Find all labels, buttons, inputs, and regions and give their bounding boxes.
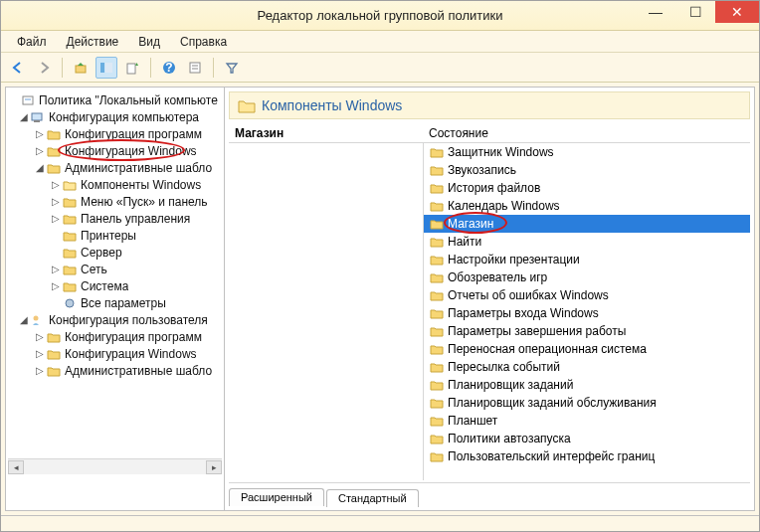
show-tree-button[interactable] (95, 57, 117, 79)
node-printers[interactable]: Принтеры (81, 229, 136, 243)
list-item[interactable]: Политики автозапуска (424, 430, 750, 447)
menu-view[interactable]: Вид (130, 33, 168, 51)
node-windows-components[interactable]: Компоненты Windows (81, 178, 201, 192)
node-server[interactable]: Сервер (81, 246, 122, 260)
expander-icon[interactable]: ▷ (34, 348, 46, 359)
folder-icon (430, 415, 444, 427)
expander-icon[interactable]: ▷ (34, 331, 46, 342)
expander-icon[interactable]: ▷ (50, 196, 62, 207)
menu-action[interactable]: Действие (59, 33, 127, 51)
close-button[interactable]: ✕ (715, 1, 759, 23)
list-item[interactable]: Календарь Windows (424, 197, 750, 215)
maximize-button[interactable]: ☐ (675, 1, 715, 23)
node-computer-config[interactable]: Конфигурация компьютера (49, 110, 199, 124)
list-item[interactable]: Защитник Windows (424, 143, 750, 161)
column-left-header[interactable]: Магазин (229, 126, 423, 140)
list-item[interactable]: Настройки презентации (424, 251, 750, 268)
list-item[interactable]: Планшет (424, 412, 750, 430)
column-right-header[interactable]: Состояние (423, 126, 488, 140)
content-area: Политика "Локальный компьюте ◢Конфигурац… (5, 87, 755, 511)
expander-icon[interactable]: ▷ (34, 365, 46, 376)
folder-icon (430, 218, 444, 230)
svg-rect-1 (100, 63, 104, 73)
up-button[interactable] (70, 57, 92, 79)
node-cfg-programs-user[interactable]: Конфигурация программ (65, 330, 202, 344)
expander-icon[interactable]: ▷ (50, 280, 62, 291)
list-item[interactable]: Магазин (424, 215, 750, 233)
list-item-label: Звукозапись (448, 163, 516, 177)
export-button[interactable] (121, 57, 143, 79)
node-admin-templates-user[interactable]: Административные шабло (65, 364, 212, 378)
folder-icon (62, 229, 78, 243)
folder-icon (430, 164, 444, 176)
main-header: Компоненты Windows (229, 91, 750, 119)
node-start-menu[interactable]: Меню «Пуск» и панель (81, 195, 208, 209)
list-item[interactable]: Обозреватель игр (424, 268, 750, 286)
list-item[interactable]: Параметры завершения работы (424, 322, 750, 340)
node-cfg-windows-user[interactable]: Конфигурация Windows (65, 347, 197, 361)
folder-icon (62, 263, 78, 276)
tabs-bar: Расширенный Стандартный (229, 482, 750, 506)
list-item[interactable]: Планировщик заданий обслуживания (424, 394, 750, 412)
properties-button[interactable] (184, 57, 206, 79)
list-item-label: Пересылка событий (448, 360, 560, 374)
svg-point-13 (66, 299, 74, 307)
list-item-label: Параметры входа Windows (448, 306, 599, 320)
tab-standard[interactable]: Стандартный (326, 489, 419, 507)
folder-icon (430, 379, 444, 391)
folder-icon (62, 279, 78, 293)
folder-icon (62, 246, 78, 260)
list-item[interactable]: История файлов (424, 179, 750, 197)
list-item-label: Переносная операционная система (448, 342, 647, 356)
node-admin-templates[interactable]: Административные шабло (65, 161, 212, 175)
list-item[interactable]: Пользовательский интерфейс границ (424, 447, 750, 465)
node-network[interactable]: Сеть (81, 263, 107, 276)
folder-list[interactable]: Защитник WindowsЗвукозаписьИстория файло… (424, 143, 750, 480)
node-root[interactable]: Политика "Локальный компьюте (39, 93, 218, 107)
expander-icon[interactable]: ▷ (50, 179, 62, 190)
node-user-config[interactable]: Конфигурация пользователя (49, 313, 208, 327)
list-item[interactable]: Параметры входа Windows (424, 304, 750, 322)
titlebar: Редактор локальной групповой политики — … (1, 1, 759, 31)
folder-icon (62, 212, 78, 226)
expander-icon[interactable]: ▷ (50, 213, 62, 224)
menu-file[interactable]: Файл (9, 33, 55, 51)
policy-root-icon (20, 93, 36, 107)
folder-icon (430, 271, 444, 283)
expander-icon[interactable]: ◢ (34, 162, 46, 173)
node-cfg-programs[interactable]: Конфигурация программ (65, 127, 202, 141)
list-item[interactable]: Пересылка событий (424, 358, 750, 376)
nav-tree[interactable]: Политика "Локальный компьюте ◢Конфигурац… (6, 88, 225, 510)
computer-icon (30, 110, 46, 124)
list-item-label: Защитник Windows (448, 145, 554, 159)
list-item-label: Найти (448, 235, 481, 249)
expander-icon[interactable]: ▷ (50, 264, 62, 274)
list-item[interactable]: Звукозапись (424, 161, 750, 179)
node-all-settings[interactable]: Все параметры (81, 296, 166, 310)
tree-hscrollbar[interactable]: ◂ ▸ (8, 458, 222, 474)
expander-icon[interactable]: ▷ (34, 128, 46, 139)
status-bar (1, 515, 759, 531)
list-item[interactable]: Планировщик заданий (424, 376, 750, 394)
list-item[interactable]: Найти (424, 233, 750, 251)
expander-icon[interactable]: ◢ (18, 111, 30, 122)
help-button[interactable]: ? (158, 57, 180, 79)
nav-forward-button[interactable] (33, 57, 55, 79)
node-cfg-windows[interactable]: Конфигурация Windows (65, 144, 197, 158)
details-pane (229, 143, 423, 480)
folder-icon (46, 127, 62, 141)
folder-icon (430, 343, 444, 355)
expander-icon[interactable]: ◢ (18, 314, 30, 325)
list-item[interactable]: Отчеты об ошибках Windows (424, 286, 750, 304)
tab-extended[interactable]: Расширенный (229, 488, 324, 506)
list-item[interactable]: Переносная операционная система (424, 340, 750, 358)
node-system[interactable]: Система (81, 279, 128, 293)
menu-help[interactable]: Справка (172, 33, 235, 51)
nav-back-button[interactable] (7, 57, 29, 79)
filter-button[interactable] (221, 57, 243, 79)
expander-icon[interactable]: ▷ (34, 145, 46, 156)
minimize-button[interactable]: — (636, 1, 675, 23)
list-item-label: История файлов (448, 181, 540, 195)
node-control-panel[interactable]: Панель управления (81, 212, 190, 226)
main-header-title: Компоненты Windows (262, 97, 402, 113)
